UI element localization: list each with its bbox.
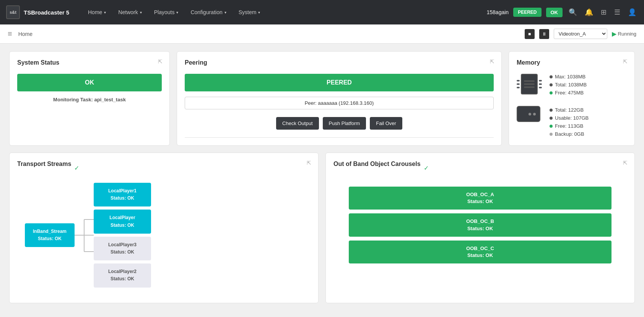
top-navigation: s&t TSBroadcaster 5 Home ▾ Network ▾ Pla… [0, 0, 644, 24]
main-content: System Status ⇱ OK Monitoring Task: api_… [0, 44, 644, 311]
user-icon[interactable]: 👤 [626, 7, 638, 18]
oob-title: Out of Band Object Carousels [333, 161, 421, 167]
player-4-box[interactable]: LocalPlayer2 Status: OK [94, 263, 151, 287]
mem-stat-total-ram: Total: 1038MB [550, 82, 589, 88]
chevron-down-icon: ▾ [258, 10, 260, 15]
logo-area: s&t TSBroadcaster 5 [6, 5, 75, 19]
fail-over-button[interactable]: Fail Over [370, 117, 402, 130]
push-platform-button[interactable]: Push Platform [323, 117, 366, 130]
expand-icon[interactable]: ⇱ [158, 59, 163, 65]
peer-name: 158again [487, 9, 509, 15]
expand-icon[interactable]: ⇱ [307, 160, 311, 166]
mem-stat-free-ram: Free: 475MB [550, 90, 589, 96]
system-status-title: System Status [17, 59, 162, 66]
peered-status-button[interactable]: PEERED [185, 74, 494, 91]
stream-diagram: InBand_Stream Status: OK [17, 183, 311, 295]
mem-stat-backup: Backup: 0GB [550, 131, 589, 137]
oob-item-a[interactable]: OOB_OC_A Status: OK [349, 187, 611, 210]
mem-stat-usable: Usable: 107GB [550, 115, 589, 121]
disk-icon [517, 106, 542, 122]
nav-system-label: System [239, 9, 257, 15]
subbar-right: ■ ⏸ Videotron_A ▶ Running [525, 29, 636, 39]
peer-info: Peer: aaaaaaa (192.168.3.160) [185, 97, 494, 109]
pause-button[interactable]: ⏸ [539, 29, 549, 39]
mem-stat-total-disk: Total: 122GB [550, 107, 589, 113]
nav-playouts-label: Playouts [154, 9, 175, 15]
running-dot-icon: ▶ [612, 30, 616, 37]
oob-title-row: Out of Band Object Carousels ✓ [333, 161, 627, 175]
running-status: ▶ Running [612, 30, 636, 37]
memory-icons [517, 74, 542, 122]
ok-badge[interactable]: OK [546, 8, 563, 17]
nav-network-label: Network [118, 9, 138, 15]
mem-stat-free-disk: Free: 113GB [550, 123, 589, 129]
breadcrumb: Home [18, 31, 33, 37]
connector-svg [75, 210, 94, 260]
playlist-select-wrap: Videotron_A [554, 29, 607, 39]
monitoring-label: Monitoring Task: [53, 97, 93, 102]
memory-card: Memory ⇱ [509, 51, 635, 146]
nav-items: Home ▾ Network ▾ Playouts ▾ Configuratio… [83, 6, 487, 18]
running-label: Running [618, 31, 636, 37]
transport-streams-title: Transport Streams [17, 161, 71, 167]
stop-button[interactable]: ■ [525, 29, 535, 39]
player-1-box[interactable]: LocalPlayer1 Status: OK [94, 183, 151, 206]
peer-divider [185, 137, 494, 138]
player-2-box[interactable]: LocalPlayer Status: OK [94, 210, 151, 233]
nav-network[interactable]: Network ▾ [113, 6, 147, 18]
nav-right: 158again PEERED OK 🔍 🔔 ⊞ ☰ 👤 [487, 7, 638, 18]
list-icon[interactable]: ☰ [613, 7, 622, 18]
bell-icon[interactable]: 🔔 [583, 7, 595, 18]
peering-card: Peering ⇱ PEERED Peer: aaaaaaa (192.168.… [177, 51, 502, 146]
memory-content: Max: 1038MB Total: 1038MB Free: 475MB To… [517, 74, 627, 137]
transport-streams-title-row: Transport Streams ✓ [17, 161, 311, 175]
oob-item-b[interactable]: OOB_OC_B Status: OK [349, 213, 611, 236]
inband-stream-box[interactable]: InBand_Stream Status: OK [25, 223, 75, 247]
playlist-select[interactable]: Videotron_A [554, 29, 607, 39]
stop-icon: ■ [528, 31, 531, 37]
subbar: ≡ Home ■ ⏸ Videotron_A ▶ Running [0, 24, 644, 44]
logo-text: s&t [10, 10, 16, 15]
oob-carousels-card: ⇱ Out of Band Object Carousels ✓ OOB_OC_… [325, 153, 635, 303]
oob-item-c[interactable]: OOB_OC_C Status: OK [349, 241, 611, 263]
check-icon: ✓ [424, 164, 429, 172]
players-column: LocalPlayer1 Status: OK LocalPlayer Stat… [94, 183, 151, 288]
grid-icon[interactable]: ⊞ [599, 7, 608, 18]
monitoring-task: Monitoring Task: api_test_task [17, 97, 162, 102]
mem-stat-max: Max: 1038MB [550, 74, 589, 80]
memory-stats: Max: 1038MB Total: 1038MB Free: 475MB To… [550, 74, 589, 137]
nav-configuration-label: Configuration [190, 9, 222, 15]
transport-streams-card: ⇱ Transport Streams ✓ InBand_Stream Stat… [9, 153, 319, 303]
logo-box: s&t [6, 5, 20, 19]
cards-row-1: System Status ⇱ OK Monitoring Task: api_… [9, 51, 635, 146]
nav-home-label: Home [88, 9, 102, 15]
peering-title: Peering [185, 59, 494, 66]
search-icon[interactable]: 🔍 [567, 7, 579, 18]
peered-badge[interactable]: PEERED [513, 8, 541, 17]
player-3-box[interactable]: LocalPlayer3 Status: OK [94, 237, 151, 260]
check-icon: ✓ [74, 164, 79, 172]
expand-icon[interactable]: ⇱ [490, 59, 494, 65]
peer-actions: Check Output Push Platform Fail Over [185, 117, 494, 130]
expand-icon[interactable]: ⇱ [623, 59, 628, 65]
chevron-down-icon: ▾ [176, 10, 178, 15]
nav-playouts[interactable]: Playouts ▾ [149, 6, 184, 18]
system-ok-button[interactable]: OK [17, 74, 162, 91]
nav-configuration[interactable]: Configuration ▾ [185, 6, 231, 18]
nav-system[interactable]: System ▾ [233, 6, 266, 18]
chevron-down-icon: ▾ [224, 10, 226, 15]
pause-icon: ⏸ [542, 31, 546, 37]
app-title: TSBroadcaster 5 [24, 9, 69, 16]
memory-title: Memory [517, 59, 627, 66]
expand-icon[interactable]: ⇱ [623, 160, 628, 166]
system-status-card: System Status ⇱ OK Monitoring Task: api_… [9, 51, 170, 146]
nav-home[interactable]: Home ▾ [83, 6, 111, 18]
chevron-down-icon: ▾ [140, 10, 142, 15]
oob-items: OOB_OC_A Status: OK OOB_OC_B Status: OK … [333, 183, 627, 267]
ram-chip-icon [517, 74, 542, 94]
monitoring-task-value: api_test_task [94, 97, 126, 102]
cards-row-2: ⇱ Transport Streams ✓ InBand_Stream Stat… [9, 153, 635, 303]
hamburger-icon[interactable]: ≡ [8, 29, 12, 38]
chevron-down-icon: ▾ [104, 10, 106, 15]
check-output-button[interactable]: Check Output [276, 117, 319, 130]
